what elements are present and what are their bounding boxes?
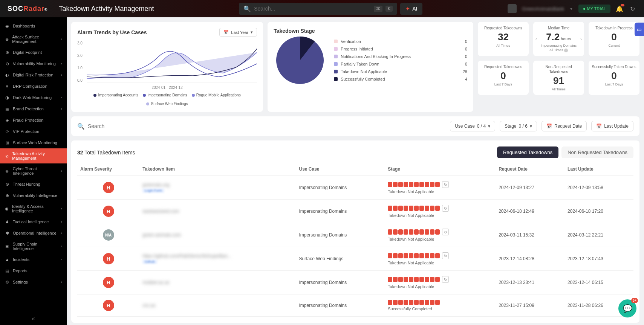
sidebar-item-drp-configuration[interactable]: ≡DRP Configuration [0,81,67,92]
nav-icon: ⊙ [5,182,10,187]
org-name[interactable]: GreenAnimalsBank [522,6,564,12]
table-row[interactable]: H https://github.com/PathDemo/SkSuperBan… [77,247,633,271]
sidebar-item-incidents[interactable]: ▲Incidents› [0,254,67,265]
sidebar-item-label: Reports [13,269,28,273]
table-row[interactable]: H cnc.ac Impersonating Domains Successfu… [77,294,633,317]
stage-dot [334,77,338,81]
chevron-left-icon[interactable]: ‹ [535,37,537,42]
table-search[interactable]: 🔍 [77,123,445,130]
brand-logo[interactable]: SOCRadar® [8,5,47,13]
trial-button[interactable]: ●MY TRIAL [578,5,610,13]
refresh-icon[interactable]: ↻ [442,276,449,283]
filter-use-case[interactable]: Use Case 0 / 4 ▾ [450,121,495,131]
table-search-input[interactable] [88,123,445,129]
table-row[interactable]: H easteastseed.com Impersonating Domains… [77,200,633,223]
use-case-cell: Impersonating Domains [296,223,385,247]
sidebar-item-label: Identity & Access Intelligence [12,204,58,213]
filter-stage[interactable]: Stage 0 / 6 ▾ [500,121,537,131]
stat-sub: Last 7 Days [592,82,636,86]
sidebar-item-operational-intelligence[interactable]: ✱Operational Intelligence› [0,227,67,239]
stat-sub: All Times [536,87,581,91]
refresh-icon[interactable]: ↻ [442,252,449,259]
filter-request-date[interactable]: 📅 Request Date [542,121,587,131]
ai-button[interactable]: ✦ AI [400,3,422,15]
info-icon[interactable]: i [564,49,568,52]
nav-icon: ◈ [5,117,10,123]
global-search[interactable]: 🔍 ⌘ K [239,3,397,15]
legend-dot [146,102,149,105]
stat-card: Takedown in Progress0Current [589,22,639,56]
sidebar-item-threat-hunting[interactable]: ⊙Threat Hunting [0,179,67,190]
table-header[interactable]: Takedown Item [139,163,296,176]
stage-dot [334,70,338,73]
nav-icon: ▦ [5,106,10,111]
tab-non-requested[interactable]: Non Requested Takedowns [561,146,633,158]
notifications-button[interactable]: 🔔 [616,5,623,12]
chevron-right-icon: › [61,207,62,211]
sidebar-item-vulnerability-intelligence[interactable]: ⊕Vulnerability Intelligence [0,190,67,201]
sidebar-item-attack-surface-management[interactable]: ⊕Attack Surface Management› [0,32,67,47]
request-date-cell: 2023-12-13 23:41 [496,271,564,294]
sidebar-item-digital-footprint[interactable]: ⊛Digital Footprint [0,47,67,58]
sidebar-item-settings[interactable]: ⚙Settings› [0,276,67,288]
date-range-picker[interactable]: 📅 Last Year ▾ [219,28,257,37]
sidebar: ◉Dashboards⊕Attack Surface Management›⊛D… [0,17,67,325]
stat-card: Non-Requested Takedowns91All Times [533,61,584,95]
sidebar-item-identity-&-access-intelligence[interactable]: ◉Identity & Access Intelligence› [0,201,67,216]
table-header[interactable]: Stage [385,163,496,176]
side-panel-handle[interactable]: ▭ [635,23,644,36]
takedown-item: greenrats.org [142,182,169,188]
chat-badge: 9+ [631,298,638,303]
refresh-icon[interactable]: ↻ [442,205,449,212]
refresh-icon[interactable]: ↻ [442,229,449,235]
stat-label: Non-Requested Takedowns [536,64,581,74]
notification-badge [621,4,624,6]
table-header[interactable]: Last Update [564,163,633,176]
table-header[interactable]: Request Date [496,163,564,176]
sidebar-item-label: Vulnerability Monitoring [13,61,56,66]
sidebar-item-cyber-threat-intelligence[interactable]: ⊗Cyber Threat Intelligence› [0,163,67,179]
stat-sub: Last 7 Days [481,82,526,86]
stage-progress: ↻ [388,252,493,259]
sidebar-item-brand-protection[interactable]: ▦Brand Protection› [0,103,67,114]
table-header[interactable]: Alarm Severity [77,163,139,176]
filter-last-update[interactable]: 📅 Last Update [591,121,633,131]
sidebar-item-takedown-activity-management[interactable]: ⊘Takedown Activity Management [0,148,67,163]
tab-requested[interactable]: Requested Takedowns [497,146,558,158]
stage-row: Partially Taken Down0 [334,60,467,68]
stat-card: Requested Takedowns32All Times [478,22,529,56]
chevron-right-icon[interactable]: › [580,37,582,42]
refresh-icon[interactable]: ↻ [442,181,449,188]
collapse-sidebar-button[interactable]: « [0,312,67,325]
search-input[interactable] [254,6,371,12]
stage-text: Takedown Not Applicable [388,261,493,265]
sidebar-item-label: Threat Hunting [13,182,40,186]
table-row[interactable]: N/A green-animals.com Impersonating Doma… [77,223,633,247]
sidebar-item-dashboards[interactable]: ◉Dashboards [0,20,67,32]
nav-icon: ◉ [5,206,9,211]
sidebar-item-reports[interactable]: ▤Reports [0,265,67,276]
chevron-right-icon: › [61,73,62,77]
refresh-button[interactable]: ↻ [629,4,636,14]
stat-card: Median Time‹›7.2 hoursImpersonating Doma… [533,22,584,56]
table-header[interactable]: Use Case [296,163,385,176]
chat-button[interactable]: 💬9+ [618,299,636,317]
sidebar-item-digital-risk-protection[interactable]: ◐Digital Risk Protection› [0,69,67,81]
stage-row: Successfully Completed4 [334,75,467,83]
chevron-down-icon[interactable]: ▼ [569,7,573,11]
item-tag: Login Form [142,188,164,193]
sidebar-item-tactical-intelligence[interactable]: ♟Tactical Intelligence› [0,216,67,227]
sidebar-item-fraud-protection[interactable]: ◈Fraud Protection [0,114,67,126]
sidebar-item-vip-protection[interactable]: ♔VIP Protection [0,126,67,137]
nav-icon: ◐ [5,72,10,78]
alarm-trends-card: Alarm Trends by Use Cases 📅 Last Year ▾ … [71,22,263,112]
sidebar-item-supply-chain-intelligence[interactable]: ⊞Supply Chain Intelligence› [0,239,67,254]
sidebar-item-label: Digital Risk Protection [13,73,54,77]
chevron-right-icon: › [61,231,62,235]
sidebar-item-dark-web-monitoring[interactable]: ◑Dark Web Monitoring› [0,92,67,103]
stage-pie-chart [274,34,326,87]
sidebar-item-surface-web-monitoring[interactable]: ⊞Surface Web Monitoring [0,137,67,148]
table-row[interactable]: H greenrats.orgLogin Form Impersonating … [77,176,633,200]
table-row[interactable]: H mobber.ac.ac Impersonating Domains ↻Ta… [77,271,633,294]
sidebar-item-vulnerability-monitoring[interactable]: ⊙Vulnerability Monitoring› [0,58,67,69]
